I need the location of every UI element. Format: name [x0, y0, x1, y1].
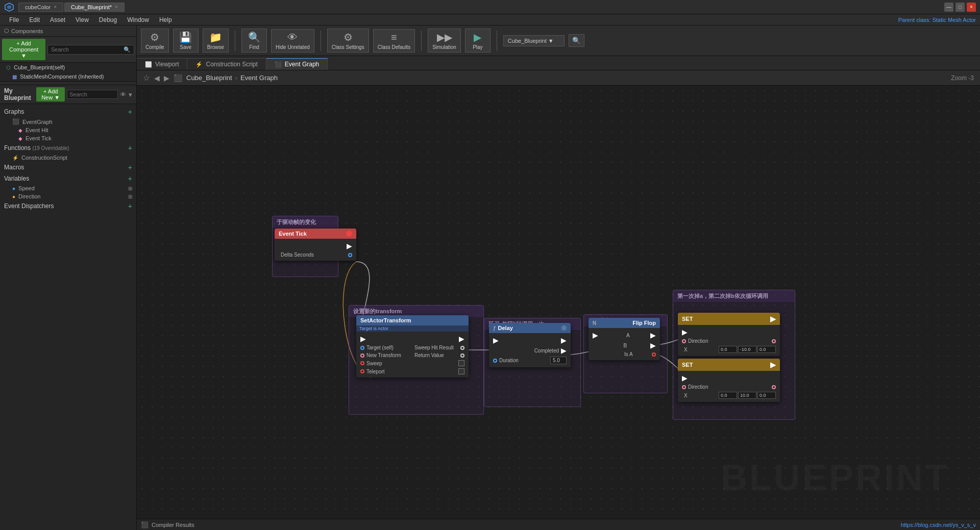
component-search-input[interactable] — [51, 46, 121, 53]
sweep-row: Sweep — [358, 359, 467, 367]
teleport-row: Teleport — [358, 367, 467, 375]
set2-x-input[interactable] — [719, 392, 737, 399]
menu-edit[interactable]: Edit — [24, 15, 45, 24]
debug-search-button[interactable]: 🔍 — [569, 34, 584, 47]
set1-x-input[interactable] — [719, 346, 737, 353]
window-controls: — □ × — [944, 3, 976, 12]
class-defaults-button[interactable]: ≡ Class Defaults — [373, 29, 415, 53]
set1-dir-row: Direction — [680, 337, 778, 345]
settings-button[interactable]: ▾ — [129, 91, 132, 98]
url-label: https://blog.csdn.net/ys_v_s_v — [901, 522, 976, 528]
set1-exec-row: ▶ — [680, 327, 778, 337]
set1-z-input[interactable] — [757, 346, 776, 353]
ff-exec-row: ▶ A ▶ — [591, 330, 658, 340]
compile-button[interactable]: ⚙ Compile — [141, 29, 169, 53]
flip-flop-node[interactable]: N Flip Flop ▶ A ▶ B ▶ — [589, 318, 660, 360]
set2-exec-row: ▶ — [680, 373, 778, 383]
graph-canvas[interactable]: 于驱动帧的变化 设置新的transform 延迟:每隔5秒调用一次 反转节点:循… — [137, 86, 980, 519]
event-dispatchers-header[interactable]: Event Dispatchers + — [0, 200, 136, 212]
bookmark-button[interactable]: ☆ — [143, 73, 150, 83]
mesh-component-item[interactable]: ▦ StaticMeshComponent (Inherited) — [0, 72, 136, 81]
duration-value-input[interactable] — [550, 357, 567, 364]
graphs-header[interactable]: Graphs + — [0, 106, 136, 117]
tree-var-speed[interactable]: ● Speed ⊞ — [0, 184, 136, 192]
set2-z-input[interactable] — [757, 392, 776, 399]
diamond-icon-hit: ◆ — [18, 128, 22, 133]
tab-viewport[interactable]: ⬜ Viewport — [137, 58, 187, 70]
set2-in-pin — [682, 385, 686, 389]
toolbar-separator-1 — [235, 31, 235, 51]
variables-header[interactable]: Variables + — [0, 173, 136, 184]
add-dispatcher-button[interactable]: + — [128, 202, 132, 210]
close-button[interactable]: × — [967, 3, 976, 12]
minimize-button[interactable]: — — [944, 3, 953, 12]
add-graph-button[interactable]: + — [128, 108, 132, 116]
add-macro-button[interactable]: + — [128, 163, 132, 171]
play-button[interactable]: ▶ Play — [465, 29, 491, 53]
component-search-box[interactable]: 🔍 — [47, 45, 134, 55]
tree-var-direction[interactable]: ● Direction ⊞ — [0, 192, 136, 200]
event-tick-node[interactable]: Event Tick ▶ Delta Seconds — [275, 229, 356, 261]
delay-node[interactable]: ƒ Delay ▶ ▶ Completed ▶ — [489, 323, 571, 367]
breadcrumb-bar: ☆ ◀ ▶ ⬛ Cube_Blueprint › Event Graph Zoo… — [137, 70, 980, 86]
add-function-button[interactable]: + — [128, 144, 132, 152]
macros-header[interactable]: Macros + — [0, 162, 136, 173]
target-row: Target (self) Sweep Hit Result — [358, 344, 467, 351]
target-pin — [360, 346, 364, 350]
bp-search-input[interactable] — [67, 90, 118, 99]
set1-in-pin — [682, 339, 686, 343]
set2-exec-in: ▶ — [682, 374, 688, 382]
visibility-button[interactable]: 👁 — [120, 91, 127, 98]
close-tab1[interactable]: × — [54, 4, 57, 10]
maximize-button[interactable]: □ — [955, 3, 965, 12]
set-node-2[interactable]: SET ▶ ▶ Direction X — [678, 359, 780, 402]
tree-event-graph[interactable]: ⬛ EventGraph — [0, 117, 136, 126]
set1-values: X — [680, 345, 778, 354]
ff-a-pin: ▶ — [650, 331, 656, 339]
set-actor-transform-node[interactable]: SetActorTransform Target is Actor ▶ ▶ Ta… — [356, 315, 469, 377]
hide-unrelated-button[interactable]: 👁 Hide Unrelated — [271, 29, 314, 53]
bp-add-new-button[interactable]: + Add New ▼ — [36, 87, 65, 102]
save-button[interactable]: 💾 Save — [173, 29, 199, 53]
tree-event-tick[interactable]: ◆ Event Tick — [0, 134, 136, 142]
menu-window[interactable]: Window — [122, 15, 154, 24]
new-transform-pin — [360, 354, 364, 358]
menu-debug[interactable]: Debug — [94, 15, 122, 24]
breadcrumb: Cube_Blueprint › Event Graph — [186, 74, 278, 82]
add-component-button[interactable]: + Add Component ▼ — [2, 39, 45, 60]
tab-construction-script[interactable]: ⚡ Construction Script — [187, 58, 266, 70]
tab-cube-color[interactable]: cubeColor × — [18, 3, 63, 12]
teleport-checkbox[interactable] — [458, 368, 464, 374]
menu-file[interactable]: File — [4, 15, 24, 24]
find-icon: 🔍 — [248, 31, 261, 43]
add-variable-button[interactable]: + — [128, 174, 132, 183]
menu-view[interactable]: View — [70, 15, 94, 24]
close-tab2[interactable]: × — [115, 4, 118, 10]
tab-cube-blueprint[interactable]: Cube_Blueprint* × — [64, 3, 125, 12]
simulation-button[interactable]: ▶▶ Simulation — [428, 29, 461, 53]
set-node-1[interactable]: SET ▶ ▶ Direction X — [678, 313, 780, 356]
class-settings-icon: ⚙ — [344, 31, 353, 43]
set1-y-input[interactable] — [738, 346, 756, 353]
flip-flop-header: N Flip Flop — [589, 318, 660, 328]
debug-filter-dropdown[interactable]: Cube_Blueprint ▼ — [503, 35, 565, 46]
menu-asset[interactable]: Asset — [45, 15, 70, 24]
menu-help[interactable]: Help — [154, 15, 177, 24]
set2-y-input[interactable] — [738, 392, 756, 399]
toolbar-separator-2 — [321, 31, 321, 51]
tree-event-hit[interactable]: ◆ Event Hit — [0, 126, 136, 134]
tree-construction-script[interactable]: ⚡ ConstructionScript — [0, 154, 136, 162]
forward-button[interactable]: ▶ — [164, 74, 169, 82]
flip-flop-body: ▶ A ▶ B ▶ Is A — [589, 328, 660, 360]
back-button[interactable]: ◀ — [154, 74, 160, 82]
main-layout: ⬡ Components + Add Component ▼ 🔍 ⬡ Cube_… — [0, 26, 980, 530]
self-component-item[interactable]: ⬡ Cube_Blueprint(self) — [0, 63, 136, 72]
sweep-checkbox[interactable] — [458, 360, 464, 366]
class-settings-button[interactable]: ⚙ Class Settings — [327, 29, 369, 53]
functions-header[interactable]: Functions (19 Overridable) + — [0, 142, 136, 154]
set2-header: SET ▶ — [678, 359, 780, 371]
browse-button[interactable]: 📁 Browse — [203, 29, 229, 53]
find-button[interactable]: 🔍 Find — [241, 29, 267, 53]
tab-event-graph[interactable]: ⬛ Event Graph — [266, 58, 328, 70]
speed-var-icon: ● — [12, 186, 15, 191]
